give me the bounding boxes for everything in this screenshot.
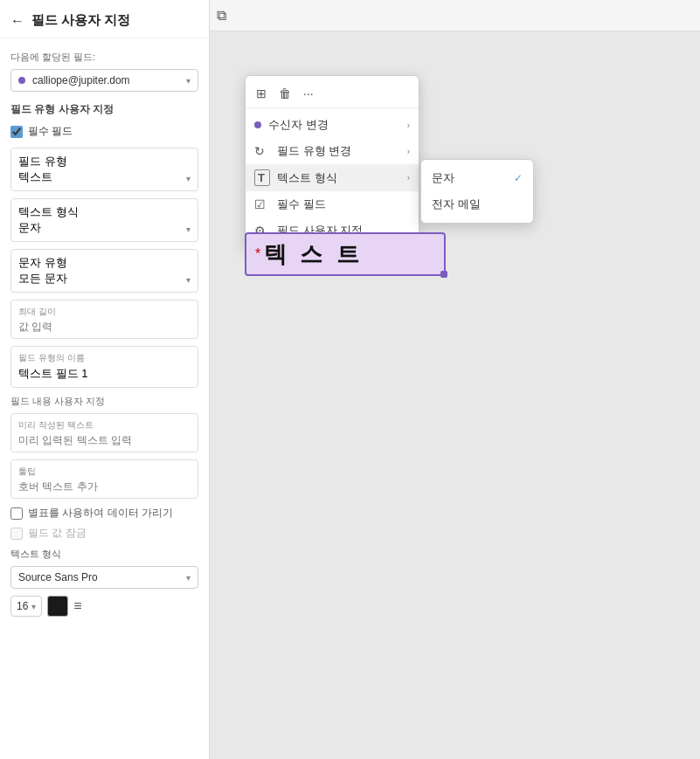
grid-icon[interactable]: ⊞ [254,85,268,102]
field-type-dropdown[interactable]: 필드 유형 텍스트 ▾ [10,148,198,191]
char-type-dropdown[interactable]: 문자 유형 모든 문자 ▾ [10,249,198,293]
font-controls: 16 ▾ ≡ [10,596,198,617]
chevron-right-icon: › [407,121,410,130]
required-star: * [255,246,260,262]
max-length-input[interactable] [18,321,191,333]
field-type-value: 텍스트 [18,169,67,185]
field-name-field: 필드 유형의 이름 텍스트 필드 1 [10,346,198,388]
content-customization-label: 필드 내용 사용자 지정 [10,395,198,408]
color-swatch[interactable] [47,596,68,617]
chevron-right-icon: › [407,173,410,183]
pre-text-field[interactable]: 미리 작성된 텍스트 [10,413,198,452]
font-value: Source Sans Pro [18,571,186,583]
trash-icon[interactable]: 🗑 [277,85,293,102]
field-type-customization-title: 필드 유형 사용자 지정 [10,102,198,117]
menu-item-text-format[interactable]: T 텍스트 형식 › 문자 ✓ 전자 메일 [246,164,419,191]
resize-handle[interactable] [440,271,447,278]
max-length-field[interactable]: 최대 길이 [10,300,198,339]
sidebar-title: 필드 사용자 지정 [31,12,130,29]
submenu-item-email[interactable]: 전자 메일 [421,191,533,217]
char-type-label: 문자 유형 [18,255,67,271]
dot-icon [18,77,25,84]
text-format-section-label: 텍스트 형식 [10,548,198,561]
menu-item-required[interactable]: ☑ 필수 필드 [246,191,419,217]
chevron-down-icon: ▾ [31,602,36,611]
text-format-field-label: 텍스트 형식 [18,204,79,220]
chevron-right-icon: › [407,147,410,156]
required-field-label: 필수 필드 [28,124,73,139]
align-icon[interactable]: ≡ [73,598,81,614]
text-format-field-value: 문자 [18,220,79,236]
chevron-down-icon: ▾ [186,573,191,583]
copy-icon[interactable]: ⧉ [217,8,226,24]
menu-field-type-label: 필드 유형 변경 [277,143,400,159]
font-size-value: 16 [17,600,28,612]
mask-label: 별표를 사용하여 데이터 가리기 [28,506,173,521]
main-area: ⧉ ⊞ 🗑 ··· 수신자 변경 › ↻ 필드 유형 변 [210,0,700,759]
field-box[interactable]: * 텍 스 트 [245,232,446,276]
canvas-area: ⊞ 🗑 ··· 수신자 변경 › ↻ 필드 유형 변경 › [210,31,700,759]
lock-checkbox[interactable] [10,528,23,540]
assigned-label: 다음에 할당된 필드: [10,51,198,64]
required-field-checkbox[interactable] [10,126,23,138]
checkbox-icon: ☑ [254,197,270,211]
required-field-row[interactable]: 필수 필드 [10,124,198,139]
submenu-text-format: 문자 ✓ 전자 메일 [420,159,534,224]
more-icon[interactable]: ··· [301,85,315,102]
menu-required-label: 필수 필드 [277,197,410,212]
tooltip-input[interactable] [18,480,191,493]
field-type-label: 필드 유형 [18,154,67,169]
chevron-down-icon: ▾ [186,76,191,86]
text-format-icon: T [254,169,270,186]
email-dropdown[interactable]: calliope@jupiter.dom ▾ [10,69,198,92]
pre-text-label: 미리 작성된 텍스트 [18,419,191,431]
back-button[interactable]: ← [10,13,24,29]
tooltip-label: 툴팁 [18,466,191,478]
chevron-down-icon: ▾ [186,174,191,183]
field-name-label: 필드 유형의 이름 [18,352,191,364]
dot-icon [254,121,261,128]
refresh-icon: ↻ [254,144,270,158]
submenu-char-label: 문자 [432,170,507,186]
sidebar: ← 필드 사용자 지정 다음에 할당된 필드: calliope@jupiter… [0,0,210,759]
email-value: calliope@jupiter.dom [32,74,186,86]
submenu-item-char[interactable]: 문자 ✓ [421,165,533,191]
context-menu: ⊞ 🗑 ··· 수신자 변경 › ↻ 필드 유형 변경 › [245,75,419,250]
main-toolbar: ⧉ [210,0,700,31]
field-name-value: 텍스트 필드 1 [18,366,191,382]
check-icon: ✓ [514,172,523,184]
mask-checkbox[interactable] [10,507,23,520]
chevron-down-icon: ▾ [186,224,191,234]
field-text: 텍 스 트 [264,239,362,270]
sidebar-body: 다음에 할당된 필드: calliope@jupiter.dom ▾ 필드 유형… [0,38,209,759]
context-menu-container: ⊞ 🗑 ··· 수신자 변경 › ↻ 필드 유형 변경 › [245,75,419,250]
pre-text-input[interactable] [18,434,191,446]
menu-item-field-type[interactable]: ↻ 필드 유형 변경 › [246,138,419,164]
menu-text-format-label: 텍스트 형식 [277,170,400,186]
text-format-dropdown[interactable]: 텍스트 형식 문자 ▾ [10,198,198,242]
tooltip-field[interactable]: 툴팁 [10,459,198,499]
menu-item-recipient[interactable]: 수신자 변경 › [246,112,419,138]
chevron-down-icon: ▾ [186,275,191,285]
menu-top-row: ⊞ 🗑 ··· [246,81,419,108]
sidebar-header: ← 필드 사용자 지정 [0,0,209,38]
text-format-section: 텍스트 형식 Source Sans Pro ▾ 16 ▾ ≡ [10,548,198,617]
submenu-email-label: 전자 메일 [432,197,523,212]
field-preview: * 텍 스 트 [245,232,446,276]
mask-checkbox-row[interactable]: 별표를 사용하여 데이터 가리기 [10,506,198,521]
font-size-dropdown[interactable]: 16 ▾ [10,596,42,617]
max-length-label: 최대 길이 [18,306,191,318]
font-dropdown[interactable]: Source Sans Pro ▾ [10,566,198,589]
menu-recipient-label: 수신자 변경 [268,117,400,133]
lock-checkbox-row[interactable]: 필드 값 잠금 [10,526,198,541]
lock-label: 필드 값 잠금 [28,526,87,541]
char-type-value: 모든 문자 [18,271,67,286]
